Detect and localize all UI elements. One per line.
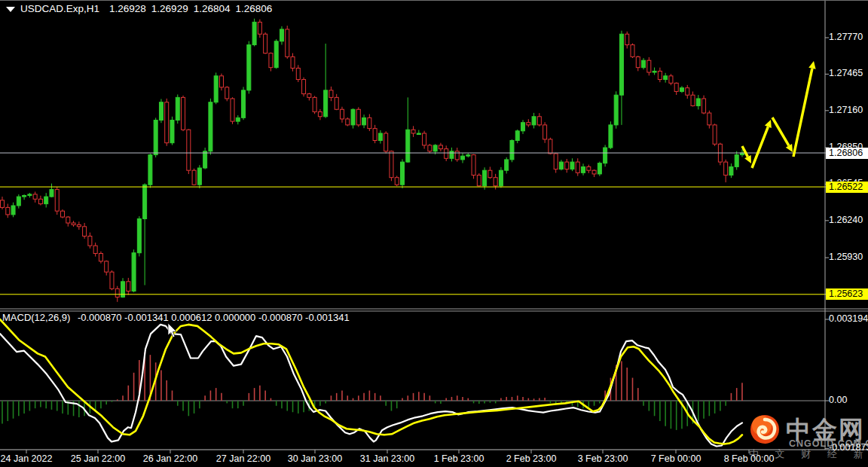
- candle-body: [324, 90, 328, 117]
- candle-body: [669, 76, 673, 84]
- candle-body: [11, 206, 15, 215]
- price-badge: 1.26522: [826, 182, 868, 193]
- price-axis-label: 1.27770: [829, 32, 868, 43]
- candle-body: [351, 109, 355, 125]
- forecast-arrow-shaft[interactable]: [752, 127, 768, 168]
- candle-body: [170, 121, 174, 143]
- candle-body: [231, 99, 234, 121]
- candle-body: [598, 163, 601, 174]
- candle-body: [609, 125, 613, 148]
- time-axis-label: 2 Feb 23:00: [506, 453, 557, 464]
- candle-body: [137, 218, 141, 252]
- candle-body: [658, 71, 662, 79]
- time-axis-label: 7 Feb 00:00: [651, 453, 701, 464]
- time-axis-label: 25 Jan 22:00: [71, 453, 125, 464]
- candle-body: [423, 133, 426, 145]
- candle-body: [619, 34, 623, 95]
- candle-body: [642, 60, 646, 68]
- candle-body: [636, 56, 640, 67]
- candle-body: [182, 97, 185, 130]
- collapse-triangle-icon[interactable]: [6, 7, 15, 12]
- candle-body: [488, 170, 492, 178]
- candle-body: [44, 197, 48, 204]
- candle-body: [264, 34, 267, 53]
- candle-body: [214, 76, 218, 102]
- candle-body: [55, 190, 59, 212]
- candle-body: [356, 109, 360, 125]
- candle-body: [318, 111, 322, 116]
- candle-body: [411, 130, 415, 133]
- candle-body: [127, 282, 130, 291]
- candle-body: [132, 253, 136, 291]
- symbol-period-label: USDCAD.Exp,H1: [20, 3, 99, 14]
- macd-name: MACD(12,26,9): [2, 312, 70, 323]
- macd-axis-label: 0.003194: [829, 313, 868, 325]
- price-axis-label: 1.27465: [829, 68, 868, 79]
- forecast-arrow[interactable]: [752, 120, 772, 168]
- macd-signal-line: [0, 319, 742, 444]
- candle-body: [483, 170, 487, 186]
- candle-body: [340, 109, 344, 119]
- candle-body: [99, 254, 102, 261]
- forecast-arrow-shaft[interactable]: [772, 118, 789, 145]
- candle-body: [559, 162, 563, 169]
- candle-body: [313, 97, 316, 111]
- candle-body: [236, 118, 240, 121]
- candle-body: [450, 151, 454, 159]
- candle-body: [61, 211, 65, 217]
- price-axis-label: 1.26240: [829, 215, 868, 226]
- mouse-cursor-icon: [168, 323, 176, 337]
- candle-body: [417, 133, 420, 135]
- candle-body: [647, 60, 651, 72]
- high-value: 1.26929: [151, 3, 188, 14]
- low-value: 1.26804: [194, 3, 231, 14]
- time-axis-label: 3 Feb 23:00: [578, 453, 628, 464]
- candle-body: [105, 261, 108, 272]
- candle-body: [258, 22, 261, 34]
- candle-body: [148, 155, 152, 185]
- candle-body: [713, 125, 717, 144]
- close-value: 1.26806: [235, 3, 272, 14]
- candle-body: [604, 148, 607, 163]
- candle-body: [439, 145, 442, 149]
- candle-body: [72, 223, 75, 224]
- candle-body: [296, 68, 300, 79]
- candle-body: [269, 53, 273, 68]
- candle-body: [187, 130, 191, 170]
- time-axis-label: 8 Feb 00:00: [724, 453, 775, 464]
- macd-indicator-label: MACD(12,26,9) -0.000870 -0.001341 0.0006…: [2, 312, 354, 323]
- candle-body: [242, 90, 246, 118]
- candle-body: [329, 90, 333, 98]
- candle-body: [664, 76, 668, 80]
- forecast-arrow[interactable]: [772, 118, 793, 152]
- time-axis-label: 31 Jan 23:00: [360, 453, 414, 464]
- candle-body: [543, 125, 547, 139]
- candle-body: [477, 176, 481, 186]
- candle-body: [686, 88, 689, 96]
- candle-body: [653, 71, 656, 72]
- candle-body: [735, 155, 738, 167]
- forecast-arrow-head[interactable]: [808, 61, 815, 69]
- candle-body: [395, 178, 399, 185]
- candle-body: [576, 162, 579, 172]
- candle-body: [537, 117, 541, 125]
- candle-body: [680, 88, 683, 92]
- candle-body: [592, 170, 596, 174]
- time-axis-label: 1 Feb 23:00: [434, 453, 484, 464]
- candle-body: [373, 129, 377, 141]
- candle-body: [302, 80, 306, 94]
- candle-body: [445, 149, 448, 159]
- price-axis-label: 1.27160: [829, 105, 868, 116]
- price-badge: 1.26806: [826, 148, 868, 159]
- candle-body: [280, 29, 283, 41]
- candle-body: [50, 190, 53, 197]
- candle-body: [708, 113, 711, 125]
- candle-body: [384, 133, 388, 151]
- forecast-arrow-shaft[interactable]: [793, 69, 812, 157]
- forecast-arrow[interactable]: [793, 61, 816, 157]
- candle-body: [274, 41, 278, 68]
- price-chart-canvas[interactable]: [0, 1, 868, 467]
- candle-body: [565, 162, 569, 169]
- candle-body: [532, 117, 536, 125]
- candle-body: [466, 155, 470, 157]
